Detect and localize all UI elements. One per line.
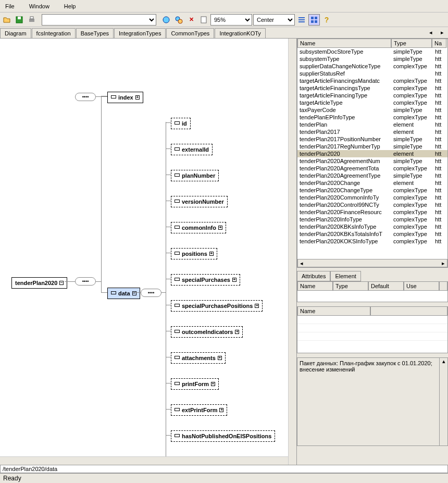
- tab-diagram[interactable]: Diagram: [0, 28, 31, 38]
- tab-int[interactable]: IntegrationTypes: [114, 28, 166, 38]
- attr-col-use[interactable]: Use: [404, 282, 439, 291]
- menu-file[interactable]: File: [2, 2, 18, 10]
- node-attachments[interactable]: attachments+: [171, 352, 226, 364]
- type-row[interactable]: supplierDataChangeNoticeTypecomplexTypeh…: [297, 63, 447, 70]
- save-icon[interactable]: [14, 14, 25, 26]
- svg-rect-11: [311, 17, 314, 19]
- schema-combo[interactable]: [42, 14, 156, 26]
- type-row[interactable]: tenderPlan2020KBKsTotalsInfoTcomplexType…: [297, 230, 447, 238]
- type-row[interactable]: tenderPlan2020AgreementNumsimpleTypehtt: [297, 157, 447, 165]
- help-icon[interactable]: ?: [321, 14, 332, 26]
- align-combo[interactable]: Center: [253, 14, 295, 26]
- expand-icon[interactable]: +: [218, 226, 222, 230]
- type-row[interactable]: targetArticleTypecomplexTypehtt: [297, 99, 447, 106]
- list-view-icon[interactable]: [296, 14, 307, 26]
- node-id[interactable]: id: [171, 118, 191, 129]
- sequence-connector-3[interactable]: ••••: [141, 289, 161, 297]
- delete-icon[interactable]: ✕: [185, 14, 197, 26]
- node-commonInfo[interactable]: commonInfo+: [171, 222, 226, 233]
- expand-icon[interactable]: +: [209, 252, 214, 256]
- tab-fcs[interactable]: fcsIntegration: [32, 28, 76, 38]
- node-planNumber[interactable]: planNumber: [171, 170, 219, 181]
- globes-icon[interactable]: [173, 14, 184, 26]
- expand-icon[interactable]: +: [232, 278, 237, 282]
- type-row[interactable]: targetArticleFinancingsMandatccomplexTyp…: [297, 77, 447, 84]
- expand-icon[interactable]: +: [218, 356, 222, 360]
- tab-ko[interactable]: IntegrationKOTy: [215, 28, 266, 38]
- type-row[interactable]: tenderPlan2020CommonInfoTycomplexTypehtt: [297, 194, 447, 201]
- type-row[interactable]: subsystemTypesimpleTypehtt: [297, 55, 447, 63]
- sequence-connector-2[interactable]: ••••: [75, 93, 96, 101]
- svg-rect-10: [298, 21, 305, 22]
- type-row[interactable]: targetArticleFinancingTypecomplexTypehtt: [297, 92, 447, 99]
- scrollbar-v[interactable]: [288, 39, 296, 465]
- menu-help[interactable]: Help: [61, 2, 79, 10]
- type-row[interactable]: tenderPlan2020AgreementTypesimpleTypehtt: [297, 172, 447, 179]
- node-hasNotPublishedOnEISPositions[interactable]: hasNotPublishedOnEISPositions: [171, 430, 275, 442]
- print-icon[interactable]: [26, 14, 38, 26]
- type-row[interactable]: tenderPlan2020ChangeTypecomplexTypehtt: [297, 187, 447, 194]
- node-root[interactable]: tenderPlan2020−: [11, 277, 67, 289]
- scrollbar-h[interactable]: [0, 456, 288, 465]
- h-scrollbar[interactable]: ◂▸: [297, 259, 447, 267]
- status-bar: Ready: [0, 473, 448, 483]
- type-row[interactable]: targetArticleFinancingsTypecomplexTypeht…: [297, 84, 447, 92]
- type-row[interactable]: tendePlanEPInfoTypecomplexTypehtt: [297, 114, 447, 121]
- node-index[interactable]: index+: [107, 92, 143, 103]
- globe-icon[interactable]: [160, 14, 172, 26]
- type-row[interactable]: tenderPlan2017PositionNumbersimpleTypeht…: [297, 135, 447, 143]
- expand-icon[interactable]: +: [235, 330, 239, 334]
- expand-icon[interactable]: +: [255, 304, 259, 308]
- open-icon[interactable]: [1, 14, 13, 26]
- type-row[interactable]: tenderPlan2020InfoTypecomplexTypehtt: [297, 216, 447, 223]
- attr-col-type[interactable]: Type: [333, 282, 368, 291]
- zoom-combo[interactable]: 95%: [210, 14, 252, 26]
- node-printForm[interactable]: printForm+: [171, 378, 219, 390]
- grid-view-icon[interactable]: [308, 14, 320, 26]
- doc-icon[interactable]: [198, 14, 209, 26]
- node-extPrintForm[interactable]: extPrintForm+: [171, 404, 227, 416]
- tab-element[interactable]: Element: [330, 271, 360, 281]
- desc-scrollbar[interactable]: ▴: [439, 358, 447, 445]
- type-row[interactable]: tenderPlan2020FinanceResourccomplexTypeh…: [297, 208, 447, 216]
- type-row[interactable]: tenderPlan2020Control99NCTycomplexTypeht…: [297, 201, 447, 208]
- type-row[interactable]: tenderPlan2017RegNumberTypsimpleTypehtt: [297, 143, 447, 150]
- tab-base[interactable]: BaseTypes: [76, 28, 114, 38]
- tab-scroll-right-icon[interactable]: ▸: [437, 27, 448, 38]
- diagram-canvas[interactable]: tenderPlan2020− •••• •••• index+ data− •…: [0, 39, 297, 465]
- type-row[interactable]: tenderPlan2020AgreementTotacomplexTypeht…: [297, 165, 447, 172]
- tab-attributes[interactable]: Attributes: [297, 271, 330, 281]
- type-row[interactable]: tenderPlan2017elementhtt: [297, 128, 447, 135]
- type-row[interactable]: tenderPlan2020KOKSInfoTypecomplexTypehtt: [297, 238, 447, 245]
- sequence-connector[interactable]: ••••: [75, 277, 96, 286]
- node-outcomeIndicators[interactable]: outcomeIndicators+: [171, 326, 243, 338]
- expand-icon[interactable]: +: [135, 95, 140, 100]
- menu-window[interactable]: Window: [26, 2, 53, 10]
- col-type[interactable]: Type: [391, 39, 432, 48]
- col-ns[interactable]: Na: [432, 39, 446, 48]
- type-row[interactable]: tenderPlan2020Changeelementhtt: [297, 179, 447, 187]
- tab-common[interactable]: CommonTypes: [166, 28, 214, 38]
- expand-icon[interactable]: +: [211, 382, 215, 386]
- type-row[interactable]: supplierStatusRefhtt: [297, 70, 447, 77]
- types-table: Name Type Na subsystemDocStoreTypesimple…: [297, 39, 448, 268]
- type-row[interactable]: tenderPlanelementhtt: [297, 121, 447, 128]
- node-specialPurchasePositions[interactable]: specialPurchasePositions+: [171, 300, 263, 312]
- svg-rect-12: [315, 17, 317, 19]
- attr-col-default[interactable]: Default: [368, 282, 404, 291]
- type-row[interactable]: taxPayerCodesimpleTypehtt: [297, 106, 447, 114]
- col-name[interactable]: Name: [297, 39, 391, 48]
- expand-icon[interactable]: +: [219, 408, 223, 412]
- tab-scroll-left-icon[interactable]: ◂: [425, 27, 437, 38]
- type-row[interactable]: subsystemDocStoreTypesimpleTypehtt: [297, 48, 447, 55]
- collapse-icon[interactable]: −: [59, 281, 64, 285]
- type-row[interactable]: tenderPlan2020elementhtt: [297, 150, 447, 157]
- node-data[interactable]: data−: [107, 288, 140, 299]
- node-positions[interactable]: positions+: [171, 248, 217, 259]
- node-externalId[interactable]: externalId: [171, 144, 213, 155]
- type-row[interactable]: tenderPlan2020KBKsInfoTypecomplexTypehtt: [297, 223, 447, 230]
- node-versionNumber[interactable]: versionNumber: [171, 196, 228, 207]
- attr-col-name[interactable]: Name: [297, 282, 333, 291]
- node-specialPurchases[interactable]: specialPurchases+: [171, 274, 240, 286]
- lower-col-name[interactable]: Name: [297, 307, 370, 316]
